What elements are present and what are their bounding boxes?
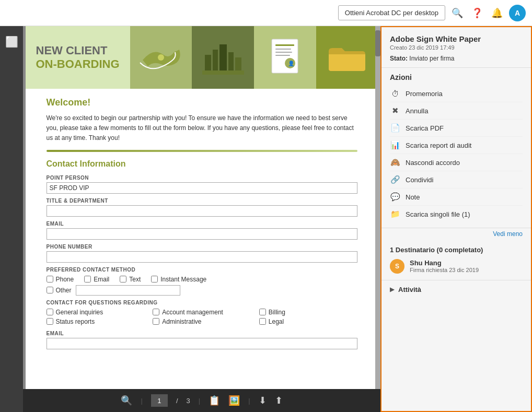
action-hide[interactable]: 🙈 Nascondi accordo (390, 154, 523, 171)
cq-legal[interactable]: Legal (259, 318, 357, 325)
cq-general-checkbox[interactable] (47, 309, 53, 315)
recipients-count: 1 Destinatario (0 completato) (390, 246, 523, 254)
vedi-meno-link[interactable]: Vedi meno (381, 228, 531, 240)
action-audit-label: Scarica report di audit (406, 142, 471, 149)
banner-title-line2: ON-BOARDING (36, 57, 120, 71)
svg-rect-9 (275, 49, 291, 50)
contact-info-title: Contact Information (47, 159, 357, 169)
banner-images: 👤 (130, 26, 378, 89)
search-icon[interactable]: 🔍 (449, 5, 465, 21)
svg-rect-1 (205, 55, 211, 73)
scroll-track[interactable] (375, 26, 380, 389)
banner-city (192, 26, 254, 89)
action-reminder[interactable]: ⏱ Promemoria (390, 86, 523, 102)
svg-rect-8 (275, 44, 294, 46)
toolbar-thumbnail-icon[interactable]: 🖼️ (228, 395, 240, 406)
pdf-icon: 📄 (390, 123, 400, 133)
phone-label: PHONE NUMBER (47, 244, 357, 250)
recipient-avatar: S (390, 259, 404, 274)
email2-input[interactable] (47, 338, 357, 349)
toolbar-upload-icon[interactable]: ⬆ (275, 395, 283, 406)
recipient-info: Shu Hang Firma richiesta 23 dic 2019 (410, 259, 479, 273)
toolbar-page-icon[interactable]: 📋 (209, 395, 220, 406)
left-sidebar: ⬜ (0, 26, 23, 412)
activity-label: Attività (398, 286, 421, 293)
contact-for-grid: General inquiries Account management Bil… (47, 309, 357, 325)
recipient-initials: S (395, 263, 399, 270)
title-dept-label: TITLE & DEPARTMENT (47, 198, 357, 204)
rp-actions-section: Azioni ⏱ Promemoria ✖ Annulla 📄 Scarica … (381, 68, 531, 228)
activity-toggle[interactable]: ▶ Attività (390, 286, 523, 293)
action-audit-report[interactable]: 📊 Scarica report di audit (390, 137, 523, 154)
svg-rect-2 (213, 50, 218, 73)
contact-email-checkbox[interactable] (84, 276, 91, 282)
contact-text-checkbox[interactable] (120, 276, 126, 282)
action-download-files[interactable]: 📁 Scarica singoli file (1) (390, 206, 523, 222)
cancel-icon: ✖ (390, 106, 400, 115)
action-pdf-label: Scarica PDF (406, 124, 444, 132)
cq-admin[interactable]: Administrative (153, 318, 251, 325)
intro-text: We're so excited to begin our partnershi… (47, 113, 357, 144)
scroll-thumb[interactable] (375, 30, 380, 56)
cq-billing-checkbox[interactable] (259, 309, 266, 315)
cq-status-checkbox[interactable] (47, 318, 53, 325)
pages-icon[interactable]: ⬜ (1, 31, 22, 52)
document-body: Welcome! We're so excited to begin our p… (26, 89, 378, 358)
contact-instant[interactable]: Instant Message (151, 276, 206, 283)
cq-account-checkbox[interactable] (153, 309, 159, 315)
cq-legal-checkbox[interactable] (259, 318, 266, 325)
svg-point-0 (158, 54, 164, 61)
point-person-label: POINT PERSON (47, 175, 357, 181)
rp-status-value: Inviato per firma (409, 55, 454, 62)
rp-status-row: Stato: Inviato per firma (390, 55, 523, 62)
action-download-pdf[interactable]: 📄 Scarica PDF (390, 120, 523, 137)
action-hide-label: Nascondi accordo (406, 159, 460, 167)
rp-activity: ▶ Attività (381, 280, 531, 299)
action-notes[interactable]: 💬 Note (390, 189, 523, 206)
get-acrobat-button[interactable]: Ottieni Acrobat DC per desktop (338, 5, 445, 20)
point-person-input[interactable] (47, 182, 357, 194)
rp-header: Adobe Sign White Paper Creato 23 dic 201… (381, 27, 531, 68)
contact-for-label: CONTACT FOR QUESTIONS REGARDING (47, 300, 357, 305)
toolbar-search-icon[interactable]: 🔍 (121, 395, 132, 406)
action-files-label: Scarica singoli file (1) (406, 210, 470, 218)
action-share[interactable]: 🔗 Condividi (390, 171, 523, 189)
avatar[interactable]: A (509, 5, 526, 21)
svg-rect-11 (275, 55, 290, 56)
cq-admin-checkbox[interactable] (153, 318, 159, 325)
hide-icon: 🙈 (390, 158, 400, 167)
action-reminder-label: Promemoria (406, 90, 443, 98)
share-icon: 🔗 (390, 175, 400, 184)
action-cancel[interactable]: ✖ Annulla (390, 102, 523, 120)
email-input[interactable] (47, 228, 357, 240)
contact-other[interactable]: Other (47, 287, 72, 294)
contact-phone[interactable]: Phone (47, 276, 74, 283)
cq-account[interactable]: Account management (153, 309, 251, 316)
right-panel: Adobe Sign White Paper Creato 23 dic 201… (380, 26, 532, 412)
contact-phone-checkbox[interactable] (47, 276, 53, 282)
page-number-input[interactable] (151, 394, 168, 407)
document-viewer: NEW CLIENT ON-BOARDING (23, 26, 380, 412)
cq-billing[interactable]: Billing (259, 309, 357, 316)
clock-icon: ⏱ (390, 89, 400, 98)
contact-text[interactable]: Text (120, 276, 141, 283)
other-label: Other (56, 287, 72, 294)
recipient-name: Shu Hang (410, 259, 479, 267)
help-icon[interactable]: ❓ (469, 5, 485, 21)
document-page: NEW CLIENT ON-BOARDING (26, 26, 378, 389)
banner-folder (316, 26, 378, 89)
notifications-icon[interactable]: 🔔 (489, 5, 505, 21)
contact-methods: Phone Email Text Instant Message (47, 276, 357, 283)
cq-general[interactable]: General inquiries (47, 309, 145, 316)
contact-other-checkbox[interactable] (47, 287, 53, 293)
banner: NEW CLIENT ON-BOARDING (26, 26, 378, 89)
other-text-input[interactable] (76, 285, 180, 296)
action-notes-label: Note (406, 193, 420, 201)
phone-input[interactable] (47, 251, 357, 263)
cq-status[interactable]: Status reports (47, 318, 145, 325)
contact-email[interactable]: Email (84, 276, 109, 283)
svg-rect-6 (202, 70, 244, 75)
contact-instant-checkbox[interactable] (151, 276, 158, 282)
toolbar-download-icon[interactable]: ⬇ (259, 395, 267, 406)
title-dept-input[interactable] (47, 205, 357, 217)
